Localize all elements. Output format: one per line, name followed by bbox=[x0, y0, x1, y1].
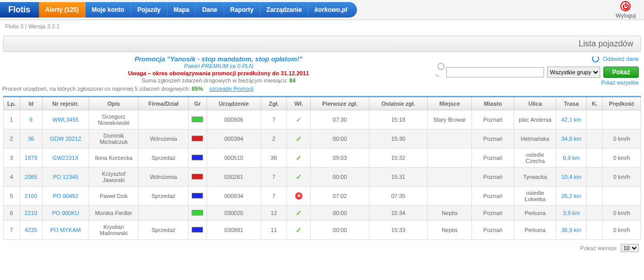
th-zg[interactable]: Zgł. bbox=[261, 97, 286, 110]
cell-lp: 6 bbox=[4, 206, 20, 221]
cell-lp: 3 bbox=[4, 149, 20, 168]
th-wl[interactable]: Wł. bbox=[287, 97, 311, 110]
cell-nr[interactable]: WWL3455 bbox=[42, 110, 89, 129]
check-icon: ✓ bbox=[296, 173, 302, 181]
cell-nr[interactable]: GW2231X bbox=[42, 149, 89, 168]
th-nr[interactable]: Nr rejestr. bbox=[42, 97, 89, 110]
cell-id[interactable]: 2085 bbox=[20, 168, 42, 187]
cell-ms: Poznań bbox=[472, 206, 514, 221]
dane-tab[interactable]: Dane bbox=[196, 2, 224, 18]
alerts-tab[interactable]: Alerty (125) bbox=[39, 2, 86, 18]
th-fd[interactable]: Firma/Dział bbox=[139, 97, 189, 110]
cell-id[interactable]: 2210 bbox=[20, 206, 42, 221]
cell-k bbox=[586, 149, 603, 168]
pojazdy-tab[interactable]: Pojazdy bbox=[131, 2, 167, 18]
th-lp[interactable]: Lp. bbox=[4, 97, 20, 110]
th-gr[interactable]: Gr bbox=[189, 97, 207, 110]
table-header-row: Lp. Id Nr rejestr. Opis Firma/Dział Gr U… bbox=[4, 97, 641, 110]
th-oz[interactable]: Ostatnie zgł. bbox=[369, 97, 427, 110]
cell-k bbox=[586, 168, 603, 187]
cell-op: Krzysztof Jaworski bbox=[89, 168, 139, 187]
th-op[interactable]: Opis bbox=[89, 97, 139, 110]
cell-nr[interactable]: PO MYKAM bbox=[42, 221, 89, 240]
cell-oz: 15:18 bbox=[369, 110, 427, 129]
raporty-tab[interactable]: Raporty bbox=[224, 2, 260, 18]
cell-tr[interactable]: 34,8 km bbox=[556, 129, 587, 149]
cell-nr[interactable]: GDW 20212 bbox=[42, 129, 89, 149]
cell-wl: ✓ bbox=[287, 168, 311, 187]
cell-ms: Poznań bbox=[472, 187, 514, 206]
cell-id[interactable]: 36 bbox=[20, 129, 42, 149]
cell-nr[interactable]: PO 000KU bbox=[42, 206, 89, 221]
promo-sum-prefix: Suma zgłoszeń zdarzeń drogowych w bieżąc… bbox=[142, 77, 290, 84]
cell-oz: 15:30 bbox=[369, 129, 427, 149]
cell-lp: 4 bbox=[4, 168, 20, 187]
refresh-link[interactable]: Odśwież dane bbox=[603, 56, 639, 62]
cell-tr[interactable]: 26,2 km bbox=[556, 187, 587, 206]
search-input[interactable] bbox=[446, 67, 544, 77]
cell-id[interactable]: 1879 bbox=[20, 149, 42, 168]
cell-gr bbox=[189, 168, 207, 187]
cell-oz: 15:32 bbox=[369, 149, 427, 168]
th-mi[interactable]: Miejsce bbox=[428, 97, 472, 110]
th-tr[interactable]: Trasa bbox=[556, 97, 587, 110]
cell-ms: Poznań bbox=[472, 221, 514, 240]
cell-k bbox=[586, 206, 603, 221]
cell-ur: 030261 bbox=[207, 168, 261, 187]
cell-pr bbox=[603, 110, 641, 129]
cell-ur: 030020 bbox=[207, 206, 261, 221]
cell-op: Ilona Korzecka bbox=[89, 149, 139, 168]
cell-nr[interactable]: PO 00492 bbox=[42, 187, 89, 206]
cell-tr[interactable]: 6,9 km bbox=[556, 149, 587, 168]
tabs: Flotis Alerty (125) Moje konto Pojazdy M… bbox=[0, 2, 357, 18]
korkowo-tab[interactable]: korkowo.pl bbox=[309, 2, 357, 18]
konto-tab[interactable]: Moje konto bbox=[86, 2, 131, 18]
rows-select[interactable]: 10 bbox=[621, 244, 639, 252]
th-ms[interactable]: Miasto bbox=[472, 97, 514, 110]
group-swatch bbox=[192, 155, 203, 160]
cell-tr[interactable]: 42,1 km bbox=[556, 110, 587, 129]
brand-tab[interactable]: Flotis bbox=[0, 2, 39, 18]
cell-mi: Neptis bbox=[428, 206, 472, 221]
th-ul[interactable]: Ulica bbox=[514, 97, 556, 110]
group-swatch bbox=[192, 193, 203, 199]
cell-tr[interactable]: 36,9 km bbox=[556, 221, 587, 240]
version-label: Flotis 3 | Wersja 3.2.1 bbox=[0, 20, 644, 32]
cell-op: Dominik Michalczuk bbox=[89, 129, 139, 149]
cell-pz: 09:03 bbox=[311, 149, 369, 168]
cell-op: Monika Fiedler bbox=[89, 206, 139, 221]
cell-tr[interactable]: 10,4 km bbox=[556, 168, 587, 187]
group-select[interactable]: Wszystkie grupy bbox=[547, 67, 600, 78]
cell-nr[interactable]: PO 12345 bbox=[42, 168, 89, 187]
th-ur[interactable]: Urządzenie bbox=[207, 97, 261, 110]
promo-details-link[interactable]: szczegóły Promocji bbox=[209, 86, 253, 92]
table-row: 3 1879 GW2231X Ilona Korzecka Sprzedaż 0… bbox=[4, 149, 641, 168]
promo-warn: Uwaga – okres obowiązywania promocji prz… bbox=[5, 70, 432, 76]
cell-zg: 38 bbox=[261, 149, 286, 168]
mapa-tab[interactable]: Mapa bbox=[167, 2, 196, 18]
show-all-link[interactable]: Pokaż wszystkie bbox=[432, 80, 639, 86]
cell-zg: 7 bbox=[261, 168, 286, 187]
th-k[interactable]: K. bbox=[586, 97, 603, 110]
cell-id[interactable]: 2160 bbox=[20, 187, 42, 206]
th-id[interactable]: Id bbox=[20, 97, 42, 110]
zarzadzanie-tab[interactable]: Zarządzanie bbox=[260, 2, 309, 18]
cell-ur: 000906 bbox=[207, 110, 261, 129]
show-button[interactable]: Pokaż bbox=[603, 67, 639, 78]
cell-id[interactable]: 9 bbox=[20, 110, 42, 129]
cell-id[interactable]: 4235 bbox=[20, 221, 42, 240]
cell-gr bbox=[189, 110, 207, 129]
cell-zg: 7 bbox=[261, 110, 286, 129]
cell-lp: 7 bbox=[4, 221, 20, 240]
th-pz[interactable]: Pierwsze zgł. bbox=[311, 97, 369, 110]
check-grey-icon: ✓ bbox=[296, 116, 302, 124]
cell-mi bbox=[428, 187, 472, 206]
cell-ul: osiedle Łokietka bbox=[514, 187, 556, 206]
cell-fd: Wdrożenia bbox=[139, 168, 189, 187]
logout-button[interactable]: ⏻ Wyloguj bbox=[614, 0, 638, 20]
cell-k bbox=[586, 221, 603, 240]
th-pr[interactable]: Prędkość bbox=[603, 97, 641, 110]
cell-tr[interactable]: 3,9 km bbox=[556, 206, 587, 221]
cell-oz: 07:35 bbox=[369, 187, 427, 206]
promo-pct-prefix: Procent urządzeń, na których zgłoszono c… bbox=[2, 86, 192, 92]
